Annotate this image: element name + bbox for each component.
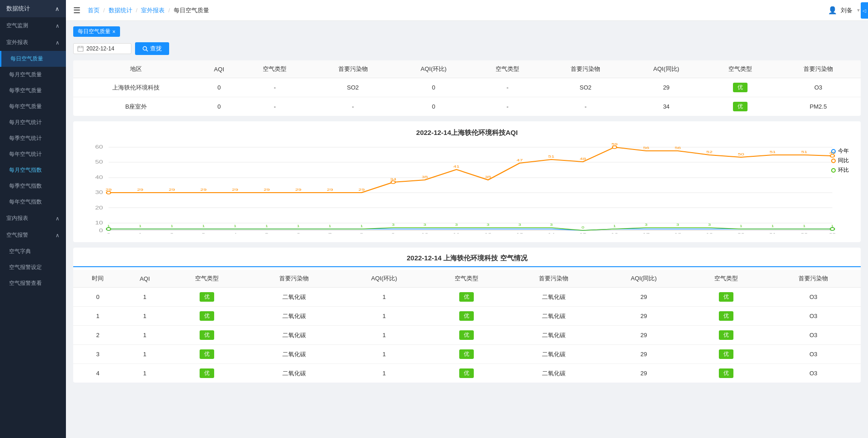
legend-tongbi: 同比 bbox=[831, 157, 849, 164]
breadcrumb-current: 每日空气质量 bbox=[174, 6, 209, 15]
sidebar-item-air-monitor[interactable]: 空气监测 ∧ bbox=[0, 17, 66, 34]
cell-aqi: 1 bbox=[122, 288, 167, 307]
air-section-title-wrap: 2022-12-14 上海轶伦环境科技 空气情况 bbox=[73, 248, 861, 270]
sidebar-item-indoor-report[interactable]: 室内报表 ∧ bbox=[0, 210, 66, 227]
cell-pollutant: 二氧化碳 bbox=[247, 364, 341, 383]
sidebar-item-seasonal-air-quality[interactable]: 每季空气质量 bbox=[0, 83, 66, 99]
badge-green: 优 bbox=[719, 311, 733, 321]
svg-text:4: 4 bbox=[233, 232, 237, 234]
svg-text:50: 50 bbox=[738, 152, 744, 156]
cell-air-type-tb: 优 bbox=[687, 288, 766, 307]
air-col-pollutant: 首要污染物 bbox=[247, 270, 341, 288]
cell-pollutant: 二氧化碳 bbox=[247, 307, 341, 326]
badge-green: 优 bbox=[200, 311, 214, 321]
cell-aqi-tb: 29 bbox=[601, 345, 687, 364]
col-aqi: AQI bbox=[199, 60, 240, 78]
air-col-pollutant-hb: 首要污染物 bbox=[507, 270, 601, 288]
svg-text:12: 12 bbox=[485, 232, 492, 234]
cell-pollutant: 二氧化碳 bbox=[247, 345, 341, 364]
sidebar-item-monthly-air-stats[interactable]: 每月空气统计 bbox=[0, 114, 66, 130]
tab-close-btn[interactable]: × bbox=[112, 29, 115, 35]
cell-air-type-tb: 优 bbox=[687, 326, 766, 345]
svg-text:56: 56 bbox=[675, 146, 681, 149]
sidebar-item-monthly-air-quality[interactable]: 每月空气质量 bbox=[0, 67, 66, 83]
sidebar-item-air-alarm[interactable]: 空气报警 ∧ bbox=[0, 227, 66, 244]
legend-tongbi-label: 同比 bbox=[838, 157, 849, 164]
sidebar-item-seasonal-air-index[interactable]: 每季空气指数 bbox=[0, 178, 66, 194]
cell-air-type: 优 bbox=[167, 307, 247, 326]
air-col-aqi-hb: AQI(环比) bbox=[341, 270, 427, 288]
air-situation-card: 2022-12-14 上海轶伦环境科技 空气情况 时间 AQI 空气类型 首要污… bbox=[73, 248, 861, 383]
svg-text:7: 7 bbox=[328, 232, 332, 234]
badge-green: 优 bbox=[200, 292, 214, 302]
header: ☰ 首页 / 数据统计 / 室外报表 / 每日空气质量 👤 刘备 ▼ ◁ bbox=[66, 0, 868, 21]
table-row: B座室外 0 - - 0 - - 34 优 PM2.5 bbox=[73, 97, 861, 116]
header-dropdown-arrow[interactable]: ▼ bbox=[856, 8, 861, 13]
legend-jinnian-dot bbox=[831, 149, 836, 154]
sidebar-item-daily-air-quality[interactable]: 每日空气质量 bbox=[0, 51, 66, 67]
sidebar-item-alarm-settings[interactable]: 空气报警设定 bbox=[0, 259, 66, 275]
sidebar-item-seasonal-air-stats[interactable]: 每季空气统计 bbox=[0, 130, 66, 146]
cell-air-type: 优 bbox=[167, 345, 247, 364]
col-pollutant-hb: 首要污染物 bbox=[543, 60, 628, 78]
tab-daily-air-quality[interactable]: 每日空气质量 × bbox=[73, 26, 120, 37]
svg-text:13: 13 bbox=[516, 232, 523, 234]
col-air-type: 空气类型 bbox=[239, 60, 311, 78]
svg-text:51: 51 bbox=[769, 150, 776, 154]
breadcrumb-sep-3: / bbox=[168, 7, 170, 14]
table-row: 0 1 优 二氧化碳 1 优 二氧化碳 29 优 O3 bbox=[73, 288, 861, 307]
badge-green: 优 bbox=[719, 330, 733, 340]
date-input[interactable] bbox=[86, 45, 127, 52]
menu-icon[interactable]: ☰ bbox=[73, 5, 80, 15]
breadcrumb-data-stats[interactable]: 数据统计 bbox=[109, 6, 132, 15]
search-button[interactable]: 查拢 bbox=[135, 42, 169, 55]
air-col-aqi-tb: AQI(同比) bbox=[601, 270, 687, 288]
sidebar-outdoor-report-arrow: ∧ bbox=[55, 40, 60, 46]
cell-time: 4 bbox=[73, 364, 122, 383]
cell-air-type-hb: 优 bbox=[427, 307, 507, 326]
svg-text:50: 50 bbox=[95, 159, 103, 165]
sidebar-item-alarm-view[interactable]: 空气报警查看 bbox=[0, 275, 66, 291]
air-col-air-type: 空气类型 bbox=[167, 270, 247, 288]
cell-aqi-tb: 34 bbox=[628, 97, 704, 116]
svg-text:41: 41 bbox=[453, 164, 460, 168]
collapse-panel-btn[interactable]: ◁ bbox=[861, 2, 868, 19]
cell-pollutant: 二氧化碳 bbox=[247, 288, 341, 307]
cell-air-type-hb: 优 bbox=[427, 326, 507, 345]
cell-pollutant: 二氧化碳 bbox=[247, 326, 341, 345]
breadcrumb-home[interactable]: 首页 bbox=[88, 6, 100, 15]
svg-text:35: 35 bbox=[485, 175, 491, 179]
air-col-pollutant-tb: 首要污染物 bbox=[766, 270, 861, 288]
date-input-wrapper[interactable] bbox=[73, 43, 131, 54]
svg-text:56: 56 bbox=[643, 146, 649, 149]
badge-green: 优 bbox=[459, 349, 474, 359]
svg-point-99 bbox=[830, 228, 834, 230]
cell-pollutant: SO2 bbox=[311, 78, 396, 97]
search-icon bbox=[142, 46, 148, 52]
sidebar-item-monthly-air-index[interactable]: 每月空气指数 bbox=[0, 162, 66, 178]
cell-pollutant: - bbox=[311, 97, 396, 116]
badge-green: 优 bbox=[459, 368, 474, 378]
sidebar-item-air-dictionary[interactable]: 空气字典 bbox=[0, 244, 66, 259]
svg-text:1: 1 bbox=[139, 224, 141, 228]
chart-container: 60 50 40 30 20 10 0 0 1 2 3 4 5 6 bbox=[80, 143, 853, 235]
breadcrumb-outdoor-report[interactable]: 室外报表 bbox=[141, 6, 165, 15]
svg-text:1: 1 bbox=[771, 224, 774, 228]
cell-time: 1 bbox=[73, 307, 122, 326]
svg-text:1: 1 bbox=[613, 224, 616, 228]
cell-aqi-hb: 1 bbox=[341, 364, 427, 383]
sidebar-section-arrow: ∧ bbox=[55, 5, 60, 12]
aqi-chart-svg: 60 50 40 30 20 10 0 0 1 2 3 4 5 6 bbox=[80, 143, 853, 234]
sidebar-item-yearly-air-index[interactable]: 每年空气指数 bbox=[0, 194, 66, 210]
sidebar-item-yearly-air-stats[interactable]: 每年空气统计 bbox=[0, 146, 66, 162]
svg-text:29: 29 bbox=[169, 188, 175, 191]
svg-text:15: 15 bbox=[579, 232, 587, 234]
svg-point-4 bbox=[143, 46, 147, 50]
sidebar-item-outdoor-report[interactable]: 室外报表 ∧ bbox=[0, 34, 66, 51]
header-right: 👤 刘备 ▼ ◁ bbox=[828, 6, 861, 15]
legend-huanbi-dot bbox=[831, 168, 836, 173]
svg-text:3: 3 bbox=[392, 223, 395, 227]
sidebar-section-data-stats[interactable]: 数据统计 ∧ bbox=[0, 0, 66, 17]
content-area: 每日空气质量 × 查拢 bbox=[66, 21, 868, 438]
sidebar-item-yearly-air-quality[interactable]: 每年空气质量 bbox=[0, 99, 66, 114]
